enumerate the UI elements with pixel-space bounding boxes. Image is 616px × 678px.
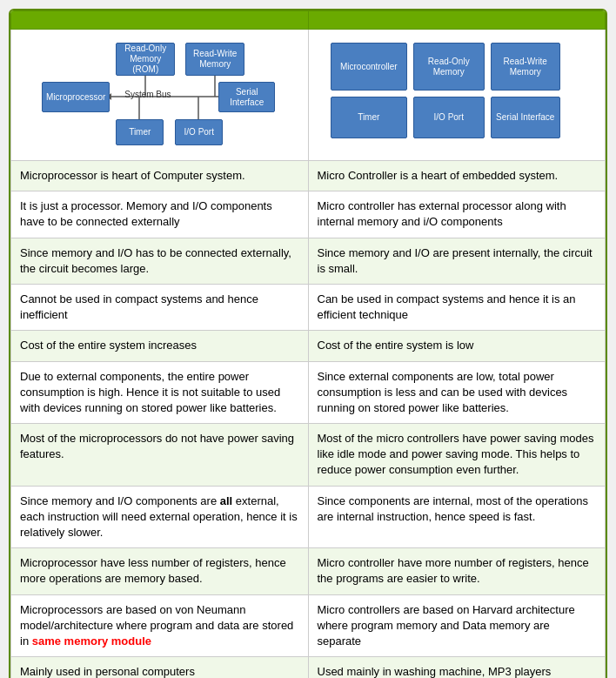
mc-ram-box: Read-WriteMemory [491,43,560,91]
mc-cell-4: Cost of the entire system is low [308,331,606,361]
mp-cell-4: Cost of the entire system increases [11,331,309,361]
mp-serial-box: SerialInterface [218,82,275,112]
mp-rom-box: Read-OnlyMemory (ROM) [116,43,175,76]
table-row: Cost of the entire system increasesCost … [11,331,606,361]
mc-timer-box: Timer [331,97,407,138]
mc-cell-10: Used mainly in washing machine, MP3 play… [308,657,606,678]
mc-cell-9: Micro controllers are based on Harvard a… [308,594,606,657]
table-row: Cannot be used in compact systems and he… [11,284,606,330]
mp-cell-0: Microprocessor is heart of Computer syst… [11,161,309,191]
mp-cell-8: Microprocessor have less number of regis… [11,548,309,594]
mc-cell-2: Since memory and I/O are present interna… [308,238,606,284]
mc-cell-8: Micro controller have more number of reg… [308,548,606,594]
table-row: Microprocessors are based on von Neumann… [11,594,606,657]
mc-cell-5: Since external components are low, total… [308,361,606,424]
mc-serial-box: Serial Interface [491,97,560,138]
mc-mcu-box: Microcontroller [331,43,407,91]
mp-cell-5: Due to external components, the entire p… [11,361,309,424]
mc-io-box: I/O Port [413,97,485,138]
mp-system-bus-label: System Bus [124,89,171,101]
mp-cell-3: Cannot be used in compact systems and he… [11,284,309,330]
mp-cell-7: Since memory and I/O components are all … [11,486,309,548]
mc-cell-0: Micro Controller is a heart of embedded … [308,161,606,191]
mp-cell-1: It is just a processor. Memory and I/O c… [11,191,309,238]
mp-timer-box: Timer [116,119,164,145]
header-microcontroller [308,11,606,30]
header-microprocessor [11,11,309,30]
comparison-table: Read-OnlyMemory (ROM) Read-WriteMemory M… [9,9,607,678]
mp-cell-2: Since memory and I/O has to be connected… [11,238,309,284]
mc-cell-7: Since components are internal, most of t… [308,486,606,548]
table-row: Mainly used in personal computersUsed ma… [11,657,606,678]
table-row: It is just a processor. Memory and I/O c… [11,191,606,238]
mc-cell-1: Micro controller has external processor … [308,191,606,238]
mp-cell-6: Most of the microprocessors do not have … [11,424,309,487]
mc-cell-3: Can be used in compact systems and hence… [308,284,606,330]
table-row: Since memory and I/O components are all … [11,486,606,548]
mp-cell-9: Microprocessors are based on von Neumann… [11,594,309,657]
mc-diagram: Microcontroller Read-OnlyMemory Read-Wri… [326,38,587,151]
mp-diagram: Read-OnlyMemory (ROM) Read-WriteMemory M… [37,38,281,151]
mc-rom-box: Read-OnlyMemory [413,43,485,91]
table-row: Since memory and I/O has to be connected… [11,238,606,284]
mp-io-box: I/O Port [175,119,223,145]
mp-cpu-box: Microprocessor [42,82,110,112]
mc-cell-6: Most of the micro controllers have power… [308,424,606,487]
table-row: Due to external components, the entire p… [11,361,606,424]
mp-diagram-cell: Read-OnlyMemory (ROM) Read-WriteMemory M… [11,30,309,161]
diagram-row: Read-OnlyMemory (ROM) Read-WriteMemory M… [11,30,606,161]
table-row: Microprocessor have less number of regis… [11,548,606,594]
mp-ram-box: Read-WriteMemory [185,43,244,76]
mc-diagram-cell: Microcontroller Read-OnlyMemory Read-Wri… [308,30,606,161]
mp-cell-10: Mainly used in personal computers [11,657,309,678]
table-row: Microprocessor is heart of Computer syst… [11,161,606,191]
table-row: Most of the microprocessors do not have … [11,424,606,487]
